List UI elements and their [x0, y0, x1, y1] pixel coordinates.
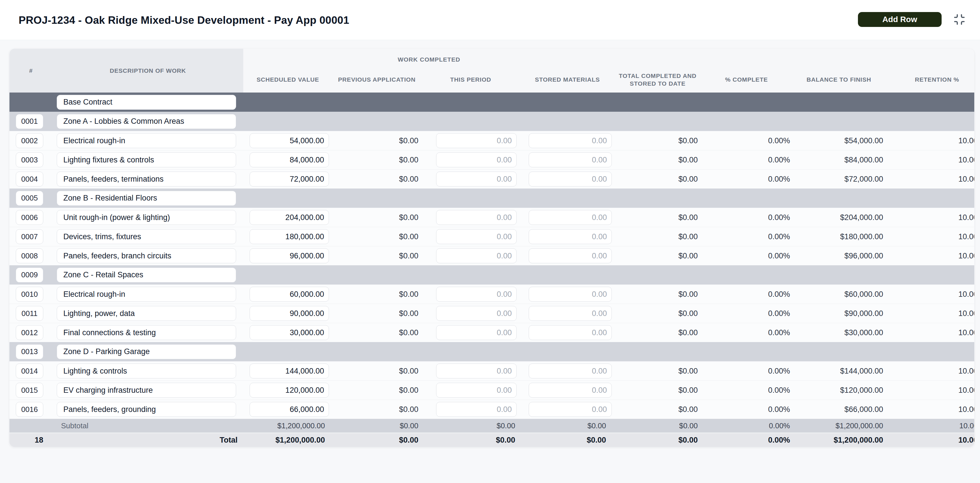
description-input[interactable]	[57, 229, 236, 244]
description-input[interactable]	[57, 95, 236, 110]
stored-materials-input[interactable]	[529, 364, 612, 378]
previous-application-value: $0.00	[399, 251, 418, 261]
description-input[interactable]	[57, 172, 236, 186]
percent-complete-value: 0.00%	[768, 290, 790, 299]
total-completed-value: $0.00	[678, 309, 698, 318]
this-period-input[interactable]	[436, 306, 517, 321]
scheduled-value-input[interactable]	[250, 402, 329, 417]
group-header-work-completed: WORK COMPLETED	[243, 56, 615, 63]
this-period-input[interactable]	[436, 153, 517, 167]
balance-to-finish-value: $54,000.00	[845, 137, 883, 145]
table-row: $0.00$0.000.00%$180,000.0010.00%	[10, 227, 974, 246]
scheduled-value-input[interactable]	[250, 325, 329, 340]
previous-application-value: $0.00	[399, 175, 418, 184]
this-period-input[interactable]	[436, 287, 517, 302]
stored-materials-input[interactable]	[529, 133, 612, 148]
subtotal-stored-materials: $0.00	[587, 421, 606, 430]
retention-value: 10.00%	[958, 367, 974, 376]
subtotal-balance-to-finish: $1,200,000.00	[835, 421, 883, 430]
previous-application-value: $0.00	[399, 232, 418, 241]
this-period-input[interactable]	[436, 133, 517, 148]
description-input[interactable]	[57, 306, 236, 321]
subtotal-percent-complete: 0.00%	[769, 421, 790, 430]
row-number-input[interactable]	[16, 114, 43, 129]
this-period-input[interactable]	[436, 229, 517, 244]
row-number-input[interactable]	[16, 402, 43, 417]
total-completed-value: $0.00	[678, 386, 698, 395]
this-period-input[interactable]	[436, 248, 517, 263]
description-input[interactable]	[57, 191, 236, 206]
total-percent-complete: 0.00%	[768, 436, 790, 445]
description-input[interactable]	[57, 114, 236, 129]
row-number-input[interactable]	[16, 191, 43, 206]
row-number-input[interactable]	[16, 364, 43, 378]
total-completed-value: $0.00	[678, 232, 698, 241]
row-number-input[interactable]	[16, 268, 43, 283]
scheduled-value-input[interactable]	[250, 172, 329, 186]
stored-materials-input[interactable]	[529, 287, 612, 302]
percent-complete-value: 0.00%	[768, 156, 790, 164]
description-input[interactable]	[57, 248, 236, 263]
scheduled-value-input[interactable]	[250, 133, 329, 148]
this-period-input[interactable]	[436, 383, 517, 398]
minimize-icon[interactable]	[953, 13, 966, 26]
description-input[interactable]	[57, 344, 236, 359]
row-number-input[interactable]	[16, 133, 43, 148]
retention-value: 10.00%	[958, 309, 974, 318]
stored-materials-input[interactable]	[529, 248, 612, 263]
total-completed-value: $0.00	[678, 156, 698, 164]
scheduled-value-input[interactable]	[250, 287, 329, 302]
stored-materials-input[interactable]	[529, 383, 612, 398]
row-number-input[interactable]	[16, 383, 43, 398]
scheduled-value-input[interactable]	[250, 364, 329, 378]
description-input[interactable]	[57, 153, 236, 167]
row-number-input[interactable]	[16, 229, 43, 244]
stored-materials-input[interactable]	[529, 153, 612, 167]
scheduled-value-input[interactable]	[250, 229, 329, 244]
total-completed-value: $0.00	[678, 405, 698, 414]
percent-complete-value: 0.00%	[768, 251, 790, 261]
row-number-input[interactable]	[16, 248, 43, 263]
column-header-balance-to-finish: BALANCE TO FINISH	[792, 76, 885, 83]
description-input[interactable]	[57, 402, 236, 417]
row-number-input[interactable]	[16, 287, 43, 302]
column-header-previous-application: PREVIOUS APPLICATION	[332, 76, 421, 83]
scheduled-value-input[interactable]	[250, 210, 329, 225]
this-period-input[interactable]	[436, 210, 517, 225]
scheduled-value-input[interactable]	[250, 248, 329, 263]
stored-materials-input[interactable]	[529, 306, 612, 321]
percent-complete-value: 0.00%	[768, 405, 790, 414]
stored-materials-input[interactable]	[529, 172, 612, 186]
this-period-input[interactable]	[436, 172, 517, 186]
this-period-input[interactable]	[436, 402, 517, 417]
row-number-input[interactable]	[16, 153, 43, 167]
stored-materials-input[interactable]	[529, 402, 612, 417]
description-input[interactable]	[57, 383, 236, 398]
add-row-button[interactable]: Add Row	[858, 12, 942, 27]
this-period-input[interactable]	[436, 364, 517, 378]
row-number-input[interactable]	[16, 344, 43, 359]
stored-materials-input[interactable]	[529, 210, 612, 225]
scheduled-value-input[interactable]	[250, 306, 329, 321]
description-input[interactable]	[57, 364, 236, 378]
balance-to-finish-value: $90,000.00	[845, 309, 883, 318]
column-header-scheduled-value: SCHEDULED VALUE	[243, 76, 332, 83]
description-input[interactable]	[57, 133, 236, 148]
scheduled-value-input[interactable]	[250, 153, 329, 167]
description-input[interactable]	[57, 210, 236, 225]
stored-materials-input[interactable]	[529, 229, 612, 244]
stored-materials-input[interactable]	[529, 325, 612, 340]
description-input[interactable]	[57, 287, 236, 302]
description-input[interactable]	[57, 268, 236, 283]
row-number-input[interactable]	[16, 210, 43, 225]
retention-value: 10.00%	[958, 156, 974, 164]
this-period-input[interactable]	[436, 325, 517, 340]
balance-to-finish-value: $96,000.00	[845, 251, 883, 261]
previous-application-value: $0.00	[399, 328, 418, 337]
row-number-input[interactable]	[16, 325, 43, 340]
row-number-input[interactable]	[16, 306, 43, 321]
row-number-input[interactable]	[16, 172, 43, 186]
column-header-description: DESCRIPTION OF WORK	[52, 67, 243, 75]
scheduled-value-input[interactable]	[250, 383, 329, 398]
description-input[interactable]	[57, 325, 236, 340]
